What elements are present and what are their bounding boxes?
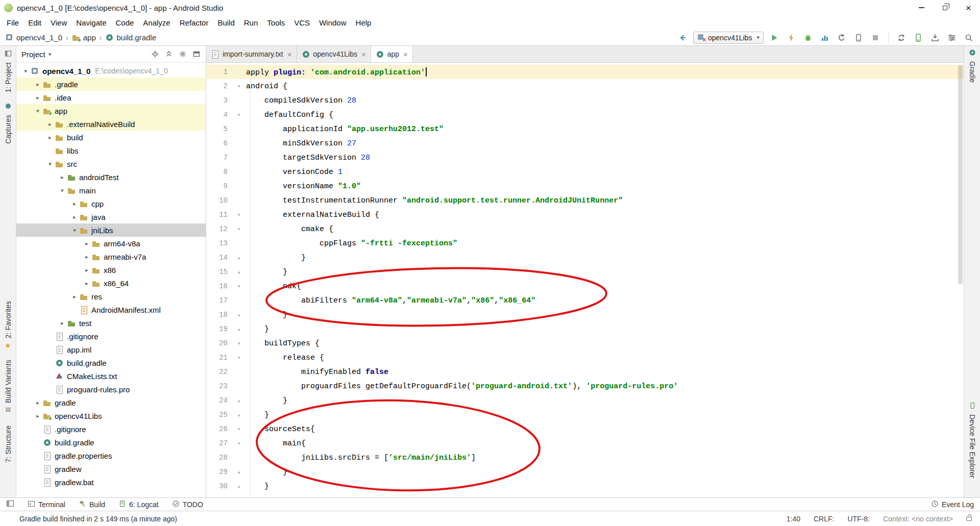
back-icon[interactable] bbox=[676, 32, 689, 44]
code-line-6[interactable]: 6 minSdkVersion 27 bbox=[206, 136, 964, 151]
readonly-lock-icon[interactable] bbox=[966, 517, 972, 521]
tree-item-cpp[interactable]: ▸cpp bbox=[16, 197, 206, 210]
tree-item-app[interactable]: ▾app bbox=[16, 104, 206, 117]
tree-item-externalnativebuild[interactable]: ▸.externalNativeBuild bbox=[16, 117, 206, 131]
fold-marker-icon[interactable]: ▴ bbox=[232, 269, 246, 274]
fold-marker-icon[interactable]: ▾ bbox=[232, 84, 246, 89]
code-line-19[interactable]: 19▴ } bbox=[206, 322, 964, 336]
collapsed-arrow-icon[interactable]: ▸ bbox=[82, 240, 92, 247]
collapsed-arrow-icon[interactable]: ▸ bbox=[82, 267, 92, 273]
tree-item-armeabi-v7a[interactable]: ▸armeabi-v7a bbox=[16, 250, 206, 263]
tool-window-tab-gradle[interactable]: Gradle bbox=[968, 49, 976, 83]
editor-tab-opencv41libs[interactable]: opencv41Libs× bbox=[297, 46, 371, 62]
tool-window-button-todo[interactable]: TODO bbox=[172, 500, 203, 509]
profile-icon[interactable] bbox=[819, 32, 831, 44]
tree-item-res[interactable]: ▸res bbox=[16, 290, 206, 303]
tool-window-tab-build-variants[interactable]: Build Variants bbox=[4, 360, 12, 415]
tree-item-src[interactable]: ▾src bbox=[16, 157, 206, 170]
collapsed-arrow-icon[interactable]: ▸ bbox=[33, 81, 43, 88]
code-line-18[interactable]: 18▴ } bbox=[206, 308, 964, 322]
tool-window-button-build[interactable]: Build bbox=[79, 500, 105, 509]
code-editor[interactable]: 1apply plugin: 'com.android.application'… bbox=[206, 63, 964, 497]
fold-marker-icon[interactable]: ▾ bbox=[232, 341, 246, 346]
tool-window-tab-device-file-explorer[interactable]: Device File Explorer bbox=[968, 402, 976, 478]
tree-item-main[interactable]: ▾main bbox=[16, 184, 206, 197]
code-line-27[interactable]: 27▾ main{ bbox=[206, 436, 964, 450]
code-line-8[interactable]: 8 versionCode 1 bbox=[206, 165, 964, 179]
menu-item-tools[interactable]: Tools bbox=[262, 17, 289, 29]
code-line-20[interactable]: 20▾ buildTypes { bbox=[206, 336, 964, 350]
menu-item-refactor[interactable]: Refactor bbox=[175, 17, 213, 29]
editor-tab-import-summary-txt[interactable]: import-summary.txt× bbox=[206, 46, 297, 62]
collapsed-arrow-icon[interactable]: ▸ bbox=[69, 201, 80, 207]
close-button[interactable]: × bbox=[957, 0, 980, 15]
code-line-21[interactable]: 21▾ release { bbox=[206, 350, 964, 365]
status-message[interactable]: Gradle build finished in 2 s 149 ms (a m… bbox=[19, 515, 177, 523]
sdk-manager-icon[interactable] bbox=[929, 32, 941, 44]
tool-window-tab-7-structure[interactable]: 7: Structure bbox=[4, 425, 12, 462]
menu-item-code[interactable]: Code bbox=[111, 17, 138, 29]
code-line-17[interactable]: 17 abiFilters "arm64-v8a","armeabi-v7a",… bbox=[206, 293, 964, 308]
expanded-arrow-icon[interactable]: ▾ bbox=[45, 161, 55, 167]
menu-item-edit[interactable]: Edit bbox=[23, 17, 46, 29]
code-line-24[interactable]: 24▴ } bbox=[206, 393, 964, 408]
code-line-13[interactable]: 13 cppFlags "-frtti -fexceptions" bbox=[206, 236, 964, 251]
menu-item-vcs[interactable]: VCS bbox=[289, 17, 314, 29]
collapsed-arrow-icon[interactable]: ▸ bbox=[33, 399, 43, 406]
collapsed-arrow-icon[interactable]: ▸ bbox=[45, 134, 55, 141]
code-line-16[interactable]: 16▾ ndk{ bbox=[206, 279, 964, 293]
menu-item-window[interactable]: Window bbox=[314, 17, 351, 29]
sync-project-icon[interactable] bbox=[895, 32, 908, 44]
rerun-icon[interactable] bbox=[836, 32, 848, 44]
code-line-5[interactable]: 5 applicationId "app.userhu2012.test" bbox=[206, 122, 964, 136]
file-encoding-widget[interactable]: UTF-8: bbox=[847, 515, 870, 523]
tool-window-tab-captures[interactable]: Captures bbox=[4, 103, 12, 144]
expanded-arrow-icon[interactable]: ▾ bbox=[69, 227, 80, 234]
settings-gear-icon[interactable] bbox=[179, 50, 187, 58]
close-tab-icon[interactable]: × bbox=[287, 50, 292, 59]
collapsed-arrow-icon[interactable]: ▸ bbox=[69, 214, 80, 220]
code-line-26[interactable]: 26▾ sourceSets{ bbox=[206, 422, 964, 436]
apply-changes-icon[interactable] bbox=[785, 32, 797, 44]
stop-icon[interactable] bbox=[869, 32, 881, 44]
caret-position-widget[interactable]: 1:40 bbox=[787, 515, 800, 523]
code-line-3[interactable]: 3 compileSdkVersion 28 bbox=[206, 93, 964, 108]
project-view-selector[interactable]: Project ▾ bbox=[21, 50, 51, 59]
tree-item-gradle[interactable]: ▸.gradle bbox=[16, 78, 206, 91]
fold-marker-icon[interactable]: ▾ bbox=[232, 355, 246, 360]
close-tab-icon[interactable]: × bbox=[403, 50, 408, 59]
fold-marker-icon[interactable]: ▾ bbox=[232, 427, 246, 432]
menu-item-file[interactable]: File bbox=[2, 17, 23, 29]
code-line-7[interactable]: 7 targetSdkVersion 28 bbox=[206, 151, 964, 165]
tree-item-app-iml[interactable]: app.iml bbox=[16, 343, 206, 356]
hide-panel-icon[interactable] bbox=[192, 50, 201, 58]
code-line-30[interactable]: 30▴ } bbox=[206, 479, 964, 493]
fold-marker-icon[interactable]: ▾ bbox=[232, 441, 246, 446]
fold-marker-icon[interactable]: ▴ bbox=[232, 255, 246, 260]
breadcrumb-item-build-gradle[interactable]: build.gradle bbox=[105, 33, 156, 42]
attach-debugger-icon[interactable] bbox=[852, 32, 865, 44]
tree-item-idea[interactable]: ▸.idea bbox=[16, 91, 206, 104]
collapsed-arrow-icon[interactable]: ▸ bbox=[33, 413, 43, 419]
code-line-1[interactable]: 1apply plugin: 'com.android.application' bbox=[206, 65, 964, 79]
code-line-28[interactable]: 28 jniLibs.srcDirs = ['src/main/jniLibs'… bbox=[206, 450, 964, 465]
tree-item-java[interactable]: ▸java bbox=[16, 210, 206, 223]
code-line-15[interactable]: 15▴ } bbox=[206, 265, 964, 279]
tree-item-proguard-rules-pro[interactable]: proguard-rules.pro bbox=[16, 383, 206, 396]
fold-marker-icon[interactable]: ▾ bbox=[232, 227, 246, 232]
tool-window-switcher-icon[interactable] bbox=[6, 499, 14, 509]
collapsed-arrow-icon[interactable]: ▸ bbox=[57, 320, 67, 327]
collapsed-arrow-icon[interactable]: ▸ bbox=[45, 121, 55, 128]
tree-item-x86-64[interactable]: ▸x86_64 bbox=[16, 277, 206, 290]
fold-marker-icon[interactable]: ▴ bbox=[232, 398, 246, 403]
locate-icon[interactable] bbox=[151, 50, 159, 58]
code-line-2[interactable]: 2▾android { bbox=[206, 79, 964, 93]
fold-marker-icon[interactable]: ▴ bbox=[232, 469, 246, 474]
code-line-12[interactable]: 12▾ cmake { bbox=[206, 222, 964, 236]
code-line-11[interactable]: 11▾ externalNativeBuild { bbox=[206, 208, 964, 222]
search-icon[interactable] bbox=[963, 32, 975, 44]
line-separator-widget[interactable]: CRLF: bbox=[814, 515, 834, 523]
editor-tab-app[interactable]: app× bbox=[371, 46, 413, 62]
editor-scrollbar[interactable] bbox=[958, 65, 963, 284]
menu-item-navigate[interactable]: Navigate bbox=[71, 17, 111, 29]
